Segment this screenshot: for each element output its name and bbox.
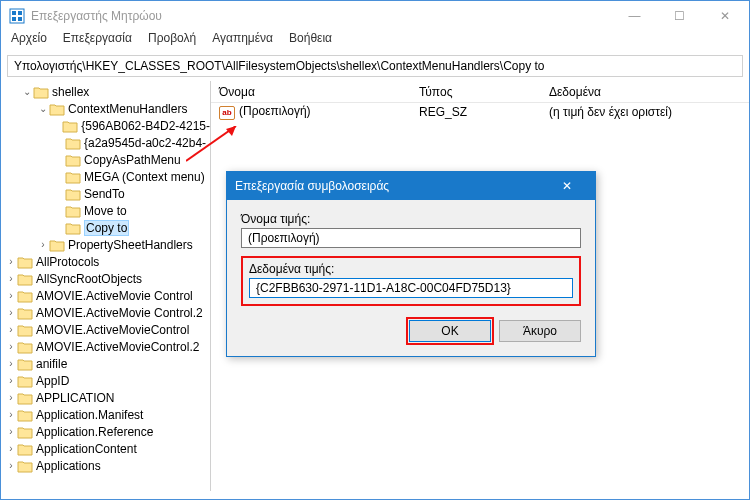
- value-data-label: Δεδομένα τιμής:: [249, 262, 573, 276]
- tree-item[interactable]: ›AMOVIE.ActiveMovieControl.2: [1, 338, 210, 355]
- svg-rect-2: [18, 11, 22, 15]
- tree-item[interactable]: ›AMOVIE.ActiveMovie Control: [1, 287, 210, 304]
- regedit-icon: [9, 8, 25, 24]
- menu-help[interactable]: Βοήθεια: [289, 31, 332, 51]
- ok-button[interactable]: OK: [409, 320, 491, 342]
- col-type[interactable]: Τύπος: [411, 85, 541, 99]
- svg-rect-1: [12, 11, 16, 15]
- tree-item[interactable]: ›AppID: [1, 372, 210, 389]
- dialog-titlebar[interactable]: Επεξεργασία συμβολοσειράς ✕: [227, 172, 595, 200]
- tree-item[interactable]: Move to: [1, 202, 210, 219]
- address-bar[interactable]: Υπολογιστής\HKEY_CLASSES_ROOT\AllFilesys…: [7, 55, 743, 77]
- dialog-title: Επεξεργασία συμβολοσειράς: [235, 179, 547, 193]
- svg-rect-3: [12, 17, 16, 21]
- tree-item[interactable]: ›Application.Reference: [1, 423, 210, 440]
- tree-item[interactable]: ›Applications: [1, 457, 210, 474]
- value-type: REG_SZ: [411, 105, 541, 119]
- tree-item[interactable]: ⌄ContextMenuHandlers: [1, 100, 210, 117]
- string-value-icon: ab: [219, 106, 235, 120]
- tree-item[interactable]: {596AB062-B4D2-4215-: [1, 117, 210, 134]
- edit-string-dialog: Επεξεργασία συμβολοσειράς ✕ Όνομα τιμής:…: [226, 171, 596, 357]
- dialog-close-button[interactable]: ✕: [547, 172, 587, 200]
- window-title: Επεξεργαστής Μητρώου: [31, 9, 612, 23]
- tree-item[interactable]: ›ApplicationContent: [1, 440, 210, 457]
- tree-item[interactable]: ›PropertySheetHandlers: [1, 236, 210, 253]
- tree-item[interactable]: ›AllSyncRootObjects: [1, 270, 210, 287]
- cancel-button[interactable]: Άκυρο: [499, 320, 581, 342]
- window-titlebar: Επεξεργαστής Μητρώου — ☐ ✕: [1, 1, 749, 31]
- value-name-input: [241, 228, 581, 248]
- tree-item[interactable]: ›AMOVIE.ActiveMovieControl: [1, 321, 210, 338]
- list-header: Όνομα Τύπος Δεδομένα: [211, 81, 749, 103]
- tree-pane[interactable]: ⌄shellex ⌄ContextMenuHandlers {596AB062-…: [1, 81, 211, 491]
- menu-favorites[interactable]: Αγαπημένα: [212, 31, 273, 51]
- col-data[interactable]: Δεδομένα: [541, 85, 749, 99]
- tree-item[interactable]: ⌄shellex: [1, 83, 210, 100]
- maximize-button[interactable]: ☐: [657, 2, 702, 30]
- minimize-button[interactable]: —: [612, 2, 657, 30]
- tree-item[interactable]: SendTo: [1, 185, 210, 202]
- tree-item[interactable]: {a2a9545d-a0c2-42b4-: [1, 134, 210, 151]
- col-name[interactable]: Όνομα: [211, 85, 411, 99]
- tree-item[interactable]: MEGA (Context menu): [1, 168, 210, 185]
- list-row[interactable]: ab(Προεπιλογή) REG_SZ (η τιμή δεν έχει ο…: [211, 103, 749, 121]
- tree-item[interactable]: CopyAsPathMenu: [1, 151, 210, 168]
- tree-item[interactable]: ›APPLICATION: [1, 389, 210, 406]
- value-data: (η τιμή δεν έχει οριστεί): [541, 105, 749, 119]
- close-button[interactable]: ✕: [702, 2, 747, 30]
- tree-item[interactable]: ›AMOVIE.ActiveMovie Control.2: [1, 304, 210, 321]
- value-name: (Προεπιλογή): [239, 104, 311, 118]
- menu-view[interactable]: Προβολή: [148, 31, 196, 51]
- tree-item[interactable]: ›anifile: [1, 355, 210, 372]
- tree-item[interactable]: ›AllProtocols: [1, 253, 210, 270]
- menu-file[interactable]: Αρχείο: [11, 31, 47, 51]
- menu-edit[interactable]: Επεξεργασία: [63, 31, 132, 51]
- tree-item[interactable]: ›Application.Manifest: [1, 406, 210, 423]
- tree-item-selected[interactable]: Copy to: [1, 219, 210, 236]
- menubar: Αρχείο Επεξεργασία Προβολή Αγαπημένα Βοή…: [1, 31, 749, 51]
- value-name-label: Όνομα τιμής:: [241, 212, 581, 226]
- value-data-input[interactable]: [249, 278, 573, 298]
- svg-rect-4: [18, 17, 22, 21]
